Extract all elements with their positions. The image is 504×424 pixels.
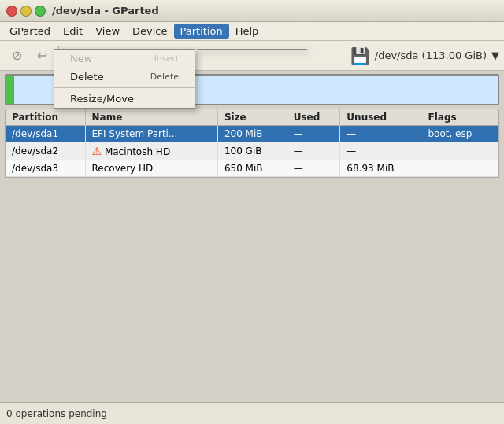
ctx-shortcut: Delete (150, 72, 179, 82)
col-partition: Partition (6, 109, 85, 126)
ctx-label: New (70, 53, 92, 65)
table-row[interactable]: /dev/sda3 Recovery HD 650 MiB — 68.93 Mi… (6, 160, 498, 177)
undo-all-button[interactable]: ⊘ (5, 44, 28, 68)
partition-table-wrapper: Partition Name Size Used Unused Flags /d… (5, 109, 499, 178)
cell-used: — (287, 126, 340, 142)
disk-icon: 💾 (350, 46, 370, 65)
ctx-shortcut: Insert (154, 53, 179, 64)
cell-used: — (287, 142, 340, 160)
context-menu-separator (54, 87, 195, 88)
toolbar-right: 💾 /dev/sda (113.00 GiB) ▼ (350, 46, 499, 65)
status-text: 0 operations pending (6, 408, 107, 419)
partition-table: Partition Name Size Used Unused Flags /d… (6, 109, 498, 177)
menu-partition[interactable]: Partition (174, 24, 229, 39)
titlebar: /dev/sda - GParted (0, 0, 504, 22)
menubar: GParted Edit View Device Partition Help (0, 22, 504, 41)
menu-help[interactable]: Help (229, 24, 265, 39)
menu-device[interactable]: Device (126, 24, 173, 39)
cell-name: Recovery HD (85, 160, 217, 177)
cell-unused: — (340, 142, 421, 160)
ctx-label: Resize/Move (70, 93, 134, 105)
cell-partition: /dev/sda2 (6, 142, 85, 160)
col-size: Size (217, 109, 287, 126)
cell-unused: 68.93 MiB (340, 160, 421, 177)
cell-partition: /dev/sda1 (6, 126, 85, 142)
cell-unused: — (340, 126, 421, 142)
cell-used: — (287, 160, 340, 177)
window-title: /dev/sda - GParted (52, 5, 159, 17)
cell-flags: boot, esp (421, 126, 498, 142)
close-button[interactable] (6, 6, 17, 17)
submenu-format-to (197, 49, 307, 50)
ctx-label: Delete (70, 71, 104, 83)
maximize-button[interactable] (35, 6, 46, 17)
statusbar: 0 operations pending (0, 402, 504, 424)
cell-name: ⚠ Macintosh HD (85, 142, 217, 160)
menu-edit[interactable]: Edit (57, 24, 89, 39)
context-menu: New InsertDelete DeleteResize/Move (54, 49, 195, 109)
cell-size: 650 MiB (217, 160, 287, 177)
context-menu-item-resize/move[interactable]: Resize/Move (54, 90, 195, 108)
cell-partition: /dev/sda3 (6, 160, 85, 177)
table-row[interactable]: /dev/sda2 ⚠ Macintosh HD 100 GiB — — (6, 142, 498, 160)
context-menu-item-new: New Insert (54, 50, 195, 68)
cell-size: 100 GiB (217, 142, 287, 160)
table-row[interactable]: /dev/sda1 EFI System Parti... 200 MiB — … (6, 126, 498, 142)
cell-flags (421, 142, 498, 160)
menu-view[interactable]: View (89, 24, 126, 39)
disk-dropdown-icon[interactable]: ▼ (491, 50, 499, 61)
menu-gparted[interactable]: GParted (3, 24, 57, 39)
window-controls (6, 6, 46, 17)
undo-button[interactable]: ↩ (30, 44, 54, 68)
col-name: Name (85, 109, 217, 126)
col-unused: Unused (340, 109, 421, 126)
cell-name: EFI System Parti... (85, 126, 217, 142)
cell-flags (421, 160, 498, 177)
col-flags: Flags (421, 109, 498, 126)
cell-size: 200 MiB (217, 126, 287, 142)
minimize-button[interactable] (20, 6, 32, 17)
disk-label: /dev/sda (113.00 GiB) (375, 50, 487, 61)
col-used: Used (287, 109, 340, 126)
disk-seg-used (6, 76, 13, 104)
table-header-row: Partition Name Size Used Unused Flags (6, 109, 498, 126)
context-menu-item-delete[interactable]: Delete Delete (54, 68, 195, 86)
